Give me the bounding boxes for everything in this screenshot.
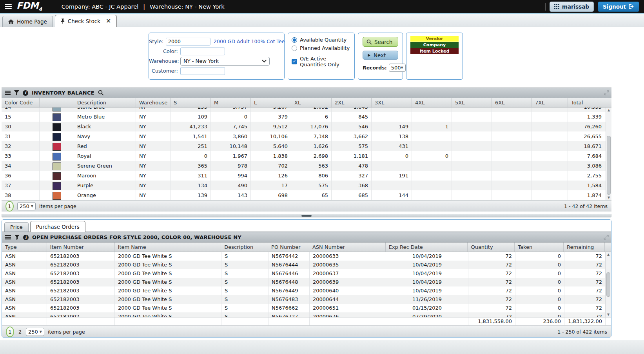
scroll-down-icon[interactable]: ▼ [606, 313, 611, 316]
tab-check-stock[interactable]: Check Stock ✕ [55, 15, 117, 27]
inventory-toolbar: i INVENTORY BALANCE [2, 88, 611, 98]
tab-home-page[interactable]: Home Page [2, 16, 53, 27]
column-header[interactable]: 7XL [532, 98, 568, 107]
column-header[interactable]: 5XL [452, 98, 492, 107]
page-1-button[interactable]: 1 [6, 327, 14, 337]
column-header[interactable]: 4XL [412, 98, 452, 107]
column-header[interactable]: Description [74, 98, 136, 107]
planned-availability-radio[interactable] [292, 46, 297, 51]
style-input[interactable] [166, 38, 210, 46]
column-header[interactable]: Total [568, 98, 605, 107]
table-cell: 72 [564, 295, 606, 304]
user-menu-button[interactable]: marissab [550, 2, 594, 12]
table-row[interactable]: 15Metro BlueNY109037968451,339 [2, 112, 611, 122]
table-row[interactable]: 38OrangeNY139143698656851441,874 [2, 190, 611, 200]
table-row[interactable]: 36MaroonNY3119941268063271912,755 [2, 171, 611, 181]
table-cell: -1 [412, 122, 452, 131]
inventory-scrollbar[interactable]: ▲ ▼ [606, 108, 611, 200]
table-row[interactable]: 31NavyNY1,5413,86010,1067,3483,66213826,… [2, 131, 611, 141]
next-button[interactable]: Next [363, 51, 398, 60]
expand-icon[interactable] [604, 90, 609, 95]
column-header[interactable]: Taken [515, 243, 564, 252]
table-row[interactable]: 14Stone BlueNY2553,7373,2672,0921,84310,… [2, 108, 611, 112]
column-header[interactable]: Exp Rec Date [386, 243, 468, 252]
column-header[interactable]: Item Number [47, 243, 115, 252]
tab-purchase-orders[interactable]: Purchase Orders [30, 221, 85, 232]
warehouse-select[interactable]: NY - New York [180, 57, 270, 66]
column-header[interactable]: XL [291, 98, 332, 107]
scroll-thumb[interactable] [606, 272, 610, 297]
grid-menu-icon[interactable] [5, 91, 11, 95]
table-cell: ASN [2, 252, 47, 261]
filter-icon[interactable] [15, 235, 20, 240]
column-header[interactable]: Item Name [115, 243, 221, 252]
scroll-up-icon[interactable]: ▲ [606, 253, 611, 256]
column-header[interactable]: PO Number [268, 243, 309, 252]
expand-icon[interactable] [604, 235, 609, 240]
page-1-button[interactable]: 1 [5, 201, 14, 212]
scroll-down-icon[interactable]: ▼ [606, 196, 611, 199]
table-cell: Royal [74, 151, 136, 161]
available-quantity-radio[interactable] [292, 37, 297, 43]
column-header[interactable]: Color Code [2, 98, 40, 107]
close-icon[interactable]: ✕ [106, 19, 111, 24]
column-header[interactable]: Type [2, 243, 47, 252]
table-cell [492, 161, 532, 171]
table-row[interactable]: ASN6521820032000 GD Tee White SSN5676737… [2, 312, 611, 317]
column-header[interactable]: 3XL [372, 98, 412, 107]
table-cell [412, 108, 452, 112]
column-header[interactable]: Remaining [564, 243, 605, 252]
column-header[interactable]: 2XL [332, 98, 372, 107]
table-row[interactable]: 32RedNY25110,1485,6401,62657543118,671 [2, 141, 611, 151]
color-swatch [53, 143, 61, 151]
customer-input[interactable] [180, 67, 225, 75]
color-input[interactable] [180, 47, 225, 55]
column-header[interactable]: ASN Number [309, 243, 386, 252]
info-icon[interactable]: i [23, 90, 28, 96]
column-header[interactable]: Warehouse [136, 98, 171, 107]
column-header[interactable]: Quantity [468, 243, 515, 252]
menu-icon[interactable] [5, 4, 12, 9]
table-cell: 575 [291, 181, 332, 190]
table-row[interactable]: ASN6521820032000 GD Tee White SSN5676444… [2, 261, 611, 269]
column-header[interactable]: S [171, 98, 211, 107]
column-header[interactable]: M [211, 98, 251, 107]
tab-price[interactable]: Price [4, 222, 29, 232]
splitter-drag-handle[interactable] [301, 215, 312, 217]
table-cell: 0 [515, 278, 564, 286]
page-2-button[interactable]: 2 [18, 329, 22, 335]
table-row[interactable]: 34Serene GreenNY3659787025634783,086 [2, 161, 611, 171]
table-row[interactable]: ASN6521820032000 GD Tee White SSN5676662… [2, 304, 611, 312]
search-button[interactable]: Search [363, 37, 398, 47]
items-per-page-select[interactable]: 250▼ [17, 202, 36, 210]
table-row[interactable]: ASN6521820032000 GD Tee White SSN5676449… [2, 286, 611, 295]
table-row[interactable]: ASN6521820032000 GD Tee White SSN5676442… [2, 252, 611, 261]
table-row[interactable]: 30BlackNY41,2337,7459,51217,076546149-17… [2, 122, 611, 131]
info-icon[interactable]: i [23, 235, 29, 240]
records-select[interactable]: 500▼ [389, 64, 406, 72]
column-header[interactable]: L [251, 98, 291, 107]
style-description-link[interactable]: 2000 GD Adult 100% Cot Tee [214, 38, 285, 44]
table-row[interactable]: ASN6521820032000 GD Tee White SSN5676483… [2, 295, 611, 304]
table-row[interactable]: ASN6521820032000 GD Tee White SSN5676448… [2, 278, 611, 286]
grid-menu-icon[interactable] [5, 235, 11, 239]
scroll-thumb[interactable] [607, 136, 611, 195]
signout-button[interactable]: Signout [598, 2, 639, 12]
items-per-page-select[interactable]: 250▼ [26, 328, 44, 336]
table-cell: 72 [468, 261, 515, 269]
purchase-orders-scrollbar[interactable]: ▲ ▼ [605, 252, 611, 317]
column-header[interactable]: Description [221, 243, 268, 252]
column-header[interactable]: 6XL [492, 98, 532, 107]
table-row[interactable]: 33RoyalNY01,9671,8382,6981,181007,684 [2, 151, 611, 161]
app-logo[interactable]: FDM4 [16, 1, 42, 12]
grid-search-icon[interactable] [98, 90, 104, 96]
pin-icon[interactable] [61, 18, 65, 24]
column-header[interactable] [40, 98, 74, 107]
table-cell: NY [136, 190, 171, 200]
table-row[interactable]: 37PurpleNY134490175753681,584 [2, 181, 611, 190]
filter-icon[interactable] [14, 90, 19, 95]
table-cell: 126 [251, 171, 291, 181]
oe-active-quantities-checkbox[interactable] [292, 59, 297, 64]
table-row[interactable]: ASN6521820032000 GD Tee White SSN5676446… [2, 269, 611, 278]
scroll-up-icon[interactable]: ▲ [606, 108, 611, 112]
